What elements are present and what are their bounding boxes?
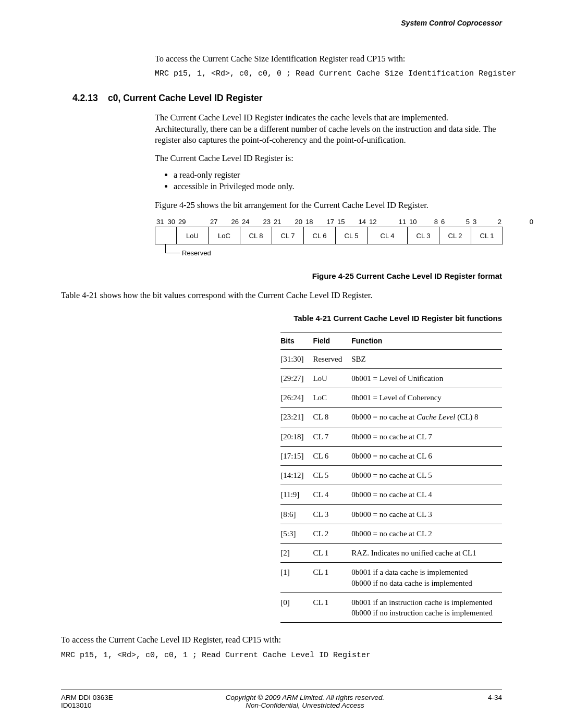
bullet-2: accessible in Privileged mode only.: [174, 181, 502, 192]
bullet-list: a read-only register accessible in Privi…: [155, 169, 502, 192]
reg-cl6: CL 6: [304, 227, 336, 244]
footer-rev: ID013010: [61, 701, 170, 709]
register-diagram: 3130 29 2726 2423 2120 1817 1514 1211 10…: [155, 218, 502, 259]
table-row: [26:24]LoC0b001 = Level of Coherency: [280, 388, 502, 408]
table-row: [14:12]CL 50b000 = no cache at CL 5: [280, 466, 502, 485]
col-function: Function: [351, 332, 502, 349]
table-row: [23:21]CL 80b000 = no cache at Cache Lev…: [280, 408, 502, 427]
intro-text: To access the Current Cache Size Identif…: [155, 53, 502, 64]
reg-lou: LoU: [177, 227, 209, 244]
running-header: System Control Coprocessor: [61, 19, 502, 27]
table-row: [0]CL 10b001 if an instruction cache is …: [280, 593, 502, 623]
footer-copyright: Copyright © 2009 ARM Limited. All rights…: [170, 694, 439, 701]
reg-reserved: [155, 227, 177, 244]
page-footer: ARM DDI 0363E ID013010 Copyright © 2009 …: [61, 689, 502, 709]
reg-cl8: CL 8: [240, 227, 272, 244]
footer-page-number: 4-34: [439, 694, 502, 709]
reg-cl1: CL 1: [471, 227, 503, 244]
reg-loc: LoC: [209, 227, 240, 244]
table-caption: Table 4-21 Current Cache Level ID Regist…: [61, 314, 502, 323]
table-row: [1]CL 10b001 if a data cache is implemen…: [280, 563, 502, 593]
section-number: 4.2.13: [72, 93, 108, 104]
bullet-1: a read-only register: [174, 169, 502, 181]
table-row: [8:6]CL 30b000 = no cache at CL 3: [280, 504, 502, 524]
table-row: [31:30]ReservedSBZ: [280, 349, 502, 368]
para-3: Figure 4-25 shows the bit arrangement fo…: [155, 200, 502, 211]
reg-cl7: CL 7: [272, 227, 304, 244]
footer-classification: Non-Confidential, Unrestricted Access: [170, 701, 439, 709]
col-field: Field: [313, 332, 351, 349]
bits-table: Bits Field Function [31:30]ReservedSBZ[2…: [280, 332, 502, 623]
table-row: [2]CL 1RAZ. Indicates no unified cache a…: [280, 544, 502, 563]
table-row: [11:9]CL 40b000 = no cache at CL 4: [280, 485, 502, 504]
reg-cl4: CL 4: [368, 227, 408, 244]
para-1: The Current Cache Level ID Register indi…: [155, 112, 502, 145]
reg-cl2: CL 2: [439, 227, 471, 244]
code-block-2: MRC p15, 1, <Rd>, c0, c0, 1 ; Read Curre…: [61, 651, 502, 660]
para-2: The Current Cache Level ID Register is:: [155, 153, 502, 164]
col-bits: Bits: [280, 332, 313, 349]
reg-cl3: CL 3: [408, 227, 439, 244]
outro-text: To access the Current Cache Level ID Reg…: [61, 634, 502, 645]
figure-caption: Figure 4-25 Current Cache Level ID Regis…: [61, 272, 502, 280]
reserved-label: Reserved: [182, 249, 211, 257]
footer-doc-id: ARM DDI 0363E: [61, 694, 170, 701]
table-row: [20:18]CL 70b000 = no cache at CL 7: [280, 427, 502, 446]
section-title: c0, Current Cache Level ID Register: [108, 93, 263, 104]
table-intro: Table 4-21 shows how the bit values corr…: [61, 290, 502, 301]
code-block-1: MRC p15, 1, <Rd>, c0, c0, 0 ; Read Curre…: [155, 69, 502, 78]
table-row: [29:27]LoU0b001 = Level of Unification: [280, 368, 502, 388]
table-row: [5:3]CL 20b000 = no cache at CL 2: [280, 524, 502, 543]
table-row: [17:15]CL 60b000 = no cache at CL 6: [280, 446, 502, 465]
reg-cl5: CL 5: [336, 227, 368, 244]
